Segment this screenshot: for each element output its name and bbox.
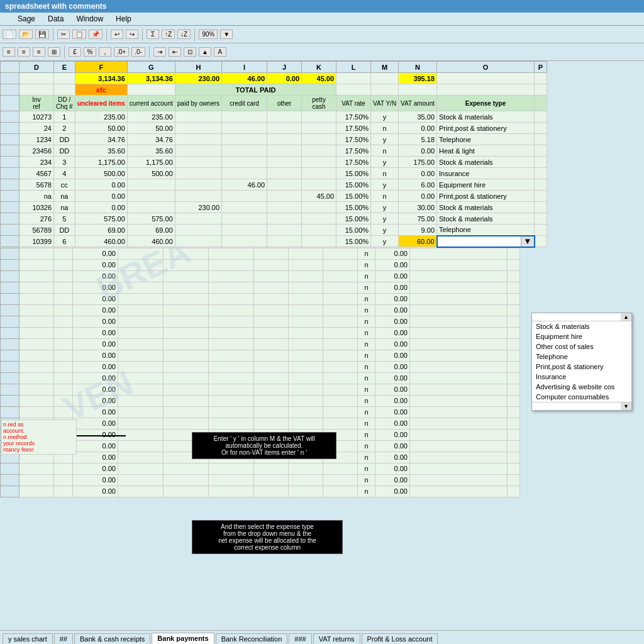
col-label-h: paid by owners [175, 96, 221, 111]
totals-k[interactable]: 45.00 [302, 73, 336, 84]
col-labels-row: Invref DD /Chq # uncleared items current… [1, 96, 547, 111]
menu-sage[interactable]: Sage [15, 14, 38, 24]
outdent-btn[interactable]: ⇤ [169, 47, 181, 57]
col-F[interactable]: F [75, 62, 127, 73]
col-P[interactable]: P [535, 62, 547, 73]
totals-m[interactable] [371, 73, 399, 84]
dropdown-item-6[interactable]: Advertising & website cos [532, 382, 631, 392]
data-row-6: 5678 cc 0.00 46.00 15.00% y 6.00 Equipme… [1, 179, 547, 191]
border-btn[interactable]: ⊡ [184, 47, 196, 57]
fill-color-btn[interactable]: ▲ [199, 47, 211, 57]
tab-profit-loss[interactable]: Profit & Loss account [362, 633, 438, 644]
col-D[interactable]: D [19, 62, 54, 73]
dropdown-item-4[interactable]: Print,post & stationery [532, 362, 631, 372]
sort-desc-btn[interactable]: ↓Z [177, 30, 191, 39]
sep6 [149, 46, 150, 58]
percent-btn[interactable]: % [84, 47, 96, 57]
col-J[interactable]: J [267, 62, 302, 73]
dropdown-item-5[interactable]: Insurance [532, 372, 631, 382]
totals-p[interactable] [535, 73, 547, 84]
totals-f[interactable]: 3,134.36 [75, 73, 127, 84]
new-btn[interactable]: 📄 [3, 30, 16, 39]
zoom-dropdown[interactable]: ▼ [220, 30, 233, 39]
zoom-display[interactable]: 90% [199, 30, 218, 39]
empty-row-6: 0.00n0.00 [1, 316, 520, 327]
sort-asc-btn[interactable]: ↑Z [162, 30, 175, 39]
comma-btn[interactable]: , [99, 47, 111, 57]
dropdown-scroll-up[interactable]: ▲ [621, 313, 631, 321]
spreadsheet-container: BREA VEN D E F [0, 61, 644, 623]
font-color-btn[interactable]: A [214, 47, 226, 57]
dropdown-arrow-btn[interactable]: ▼ [521, 236, 533, 247]
totals-h[interactable]: 230.00 [175, 73, 221, 84]
menu-bar: Sage Data Window Help [0, 13, 644, 26]
menu-help[interactable]: Help [113, 14, 134, 24]
col-K[interactable]: K [302, 62, 336, 73]
col-L[interactable]: L [336, 62, 371, 73]
save-btn[interactable]: 💾 [35, 30, 49, 39]
dropdown-item-0[interactable]: Stock & materials [532, 321, 631, 331]
tab-vat[interactable]: VAT returns [313, 633, 360, 644]
totals-d[interactable] [19, 73, 54, 84]
totals-g[interactable]: 3,134.36 [127, 73, 175, 84]
sep2 [106, 28, 107, 41]
menu-file[interactable] [3, 14, 8, 24]
col-H[interactable]: H [175, 62, 221, 73]
tab-bank-cash[interactable]: Bank & cash receipts [74, 633, 150, 644]
totals-o[interactable] [437, 73, 535, 84]
dropdown-item-2[interactable]: Other cost of sales [532, 341, 631, 352]
dropdown-item-1[interactable]: Equipment hire [532, 331, 631, 341]
dropdown-item-3[interactable]: Telephone [532, 352, 631, 362]
totals-j[interactable]: 0.00 [267, 73, 302, 84]
col-N[interactable]: N [399, 62, 437, 73]
data-row-0: 10273 1 235.00 235.00 17.50% y 35.00 Sto… [1, 111, 547, 123]
dropdown-item-7[interactable]: Computer consumables [532, 392, 631, 402]
dropdown-value [438, 241, 521, 242]
empty-row-2: 0.00n0.00 [1, 270, 520, 282]
tab-bank-recon[interactable]: Bank Reconciliation [216, 633, 288, 644]
col-label-g: current account [127, 96, 175, 111]
tab-hash3[interactable]: ### [289, 633, 311, 644]
tab-hash2[interactable]: ## [54, 633, 73, 644]
afc-cell[interactable]: afc [75, 84, 127, 96]
currency-btn[interactable]: £ [69, 47, 81, 57]
empty-row-15: 0.00n0.00 [1, 418, 520, 429]
data-row-5: 4567 4 500.00 500.00 15.00% n 0.00 Insur… [1, 168, 547, 179]
toolbar-1: 📄 📂 💾 ✂ 📋 📌 ↩ ↪ Σ ↑Z ↓Z 90% ▼ [0, 26, 644, 43]
col-I[interactable]: I [222, 62, 267, 73]
col-O[interactable]: O [437, 62, 535, 73]
align-right-btn[interactable]: ≡ [33, 47, 45, 57]
totals-n[interactable]: 395.18 [399, 73, 437, 84]
col-E[interactable]: E [54, 62, 75, 73]
menu-window[interactable]: Window [74, 14, 106, 24]
dropdown-cell[interactable]: ▼ [437, 236, 535, 247]
align-left-btn[interactable]: ≡ [3, 47, 15, 57]
open-btn[interactable]: 📂 [19, 30, 33, 39]
totals-i[interactable]: 46.00 [222, 73, 267, 84]
dec-inc-btn[interactable]: .0+ [114, 47, 129, 57]
data-row-3: 23456 DD 35.60 35.60 17.50% n 0.00 Heat … [1, 145, 547, 157]
col-M[interactable]: M [371, 62, 399, 73]
dec-dec-btn[interactable]: .0- [131, 47, 145, 57]
paste-btn[interactable]: 📌 [89, 30, 103, 39]
redo-btn[interactable]: ↪ [126, 30, 138, 39]
note-instruction-1: Enter ' y ' in column M & the VAT will a… [192, 432, 336, 459]
total-paid-cell: TOTAL PAID [175, 84, 336, 96]
indent-btn[interactable]: ⇥ [153, 47, 166, 57]
menu-data[interactable]: Data [45, 14, 66, 24]
sum-btn[interactable]: Σ [147, 30, 159, 39]
tab-bank-payments[interactable]: Bank payments [152, 633, 214, 644]
expense-dropdown[interactable]: ▲ Stock & materials Equipment hire Other… [531, 313, 632, 411]
copy-btn[interactable]: 📋 [72, 30, 86, 39]
totals-e[interactable] [54, 73, 75, 84]
totals-l[interactable] [336, 73, 371, 84]
merge-btn[interactable]: ⊞ [48, 47, 60, 57]
dropdown-scroll-down[interactable]: ▼ [621, 402, 631, 410]
empty-row-11: 0.00n0.00 [1, 372, 520, 384]
tab-sales-chart[interactable]: y sales chart [3, 633, 53, 644]
cut-btn[interactable]: ✂ [57, 30, 70, 39]
align-center-btn[interactable]: ≡ [18, 47, 30, 57]
col-G[interactable]: G [127, 62, 175, 73]
undo-btn[interactable]: ↩ [111, 30, 123, 39]
note-instruction-2: And then select the expense type from th… [192, 520, 343, 554]
